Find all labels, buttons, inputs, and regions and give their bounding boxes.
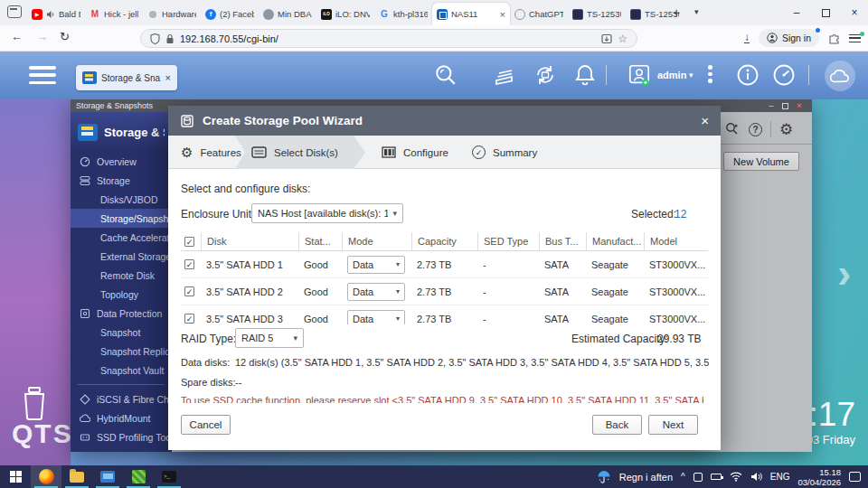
enclosure-unit-dropdown[interactable]: NAS Host [available disk(s): 12/ ... ▾ bbox=[251, 203, 403, 223]
window-minimize-button[interactable]: – bbox=[764, 101, 778, 110]
volume-icon[interactable] bbox=[750, 472, 762, 482]
background-tasks-icon[interactable] bbox=[494, 63, 517, 87]
sidebar-item-iscsi-fibre-channel[interactable]: iSCSI & Fibre Channel bbox=[71, 389, 172, 408]
forward-icon[interactable]: → bbox=[36, 30, 48, 43]
browser-tab[interactable]: f(2) Faceb bbox=[201, 3, 259, 25]
window-close-button[interactable]: × bbox=[792, 101, 807, 110]
weather-icon[interactable] bbox=[597, 470, 611, 484]
sidebar-item-topology[interactable]: Topology bbox=[71, 285, 172, 304]
admin-caret-icon[interactable]: ▾ bbox=[689, 70, 693, 80]
mode-dropdown[interactable]: Data▾ bbox=[347, 256, 405, 274]
browser-tab[interactable]: ▶Bald E bbox=[27, 3, 85, 25]
tray-app-icon[interactable] bbox=[693, 473, 703, 482]
back-button[interactable]: Back bbox=[592, 415, 642, 435]
browser-tab[interactable]: ChatGPT bbox=[510, 3, 568, 25]
step-select-disks[interactable]: Select Disk(s) bbox=[251, 136, 338, 169]
sidebar-item-snapshot[interactable]: Snapshot bbox=[71, 323, 172, 342]
weather-label[interactable]: Regn i aften bbox=[619, 472, 673, 483]
sign-in-button[interactable]: Sign in bbox=[759, 29, 819, 47]
select-all-checkbox[interactable]: ✓ bbox=[184, 237, 194, 247]
tray-expand-chevron-icon[interactable]: ^ bbox=[681, 472, 685, 482]
downloads-icon[interactable]: ↓ bbox=[744, 33, 750, 43]
extension-icon[interactable] bbox=[828, 33, 840, 44]
disk-checkbox[interactable]: ✓ bbox=[184, 259, 194, 269]
browser-tab[interactable]: MHick - jell bbox=[85, 3, 143, 25]
resource-monitor-icon[interactable] bbox=[772, 63, 796, 87]
sidebar-item-storage-snapshots[interactable]: Storage/Snapshots bbox=[71, 209, 172, 228]
search-icon[interactable] bbox=[434, 63, 458, 87]
sidebar-item-ssd-profiling-tool[interactable]: SSD Profiling Tool bbox=[71, 427, 172, 446]
settings-gear-icon[interactable]: ⚙ bbox=[779, 120, 793, 139]
taskbar-app-remote[interactable] bbox=[92, 465, 123, 488]
taskbar-app-green[interactable] bbox=[123, 465, 154, 488]
tray-clock[interactable]: 15.18 03/04/2026 bbox=[797, 467, 841, 487]
tab-close-icon[interactable]: × bbox=[500, 9, 505, 20]
menu-icon[interactable] bbox=[849, 34, 861, 42]
bookmark-star-icon[interactable]: ☆ bbox=[618, 33, 627, 45]
new-volume-button[interactable]: New Volume bbox=[723, 152, 799, 171]
mode-dropdown[interactable]: Data▾ bbox=[347, 310, 405, 325]
taskbar-app-explorer[interactable] bbox=[61, 465, 92, 488]
app-tab-close-icon[interactable]: × bbox=[165, 72, 171, 83]
disk-checkbox[interactable]: ✓ bbox=[184, 314, 194, 324]
sidebar-item-snapshot-vault[interactable]: Snapshot Vault bbox=[71, 361, 172, 380]
admin-avatar-icon[interactable] bbox=[627, 63, 651, 87]
sidebar-item-disks-vjbod[interactable]: Disks/VJBOD bbox=[71, 190, 172, 209]
wifi-icon[interactable] bbox=[730, 472, 742, 482]
firefox-view-icon[interactable] bbox=[7, 5, 22, 18]
disk-checkbox[interactable]: ✓ bbox=[184, 286, 194, 296]
taskbar-app-terminal[interactable]: >_ bbox=[154, 465, 184, 488]
save-to-collection-icon[interactable] bbox=[601, 33, 612, 44]
start-button[interactable] bbox=[0, 465, 31, 488]
app-tab-storage-snapshots[interactable]: Storage & Sna... × bbox=[76, 65, 177, 90]
sidebar-item-storage[interactable]: Storage bbox=[71, 171, 172, 190]
new-tab-button[interactable]: + bbox=[673, 5, 680, 20]
sidebar-item-overview[interactable]: Overview bbox=[71, 152, 172, 171]
sidebar-item-hybridmount[interactable]: HybridMount bbox=[71, 408, 172, 427]
step-features[interactable]: ⚙ Features bbox=[181, 136, 241, 169]
browser-tab[interactable]: iLOiLO: DNV bbox=[316, 3, 374, 25]
notifications-panel-icon[interactable] bbox=[849, 472, 861, 482]
main-menu-icon[interactable] bbox=[29, 66, 56, 84]
lock-icon[interactable] bbox=[165, 33, 175, 44]
sidebar-item-data-protection[interactable]: Data Protection bbox=[71, 304, 172, 323]
step-summary[interactable]: ✓ Summary bbox=[472, 136, 537, 169]
browser-restore-button[interactable] bbox=[812, 0, 839, 25]
recycle-bin-icon[interactable] bbox=[19, 386, 50, 420]
browser-minimize-button[interactable]: – bbox=[783, 0, 810, 25]
address-bar[interactable]: 192.168.70.55/cgi-bin/ ☆ bbox=[140, 29, 637, 48]
back-icon[interactable]: ← bbox=[11, 30, 23, 43]
myqnapcloud-button[interactable] bbox=[825, 61, 855, 91]
step-configure[interactable]: Configure bbox=[382, 136, 448, 169]
sidebar-item-snapshot-replica[interactable]: Snapshot Replica bbox=[71, 342, 172, 361]
help-icon[interactable]: ? bbox=[749, 123, 762, 136]
browser-tab[interactable]: Hardware bbox=[143, 3, 201, 25]
sidebar-item-cache-acceleration[interactable]: Cache Acceleration bbox=[71, 228, 172, 247]
external-device-icon[interactable] bbox=[533, 63, 557, 87]
url-text[interactable]: 192.168.70.55/cgi-bin/ bbox=[180, 33, 596, 44]
desktop-switch-chevron-icon[interactable]: › bbox=[837, 249, 851, 297]
sidebar-item-external-storage[interactable]: External Storage bbox=[71, 247, 172, 266]
next-button[interactable]: Next bbox=[648, 415, 698, 435]
browser-tab[interactable]: NAS11× bbox=[432, 3, 510, 25]
wizard-close-button[interactable]: × bbox=[701, 113, 709, 128]
window-maximize-button[interactable] bbox=[782, 103, 788, 109]
reload-icon[interactable]: ↻ bbox=[60, 30, 70, 43]
browser-close-button[interactable]: × bbox=[841, 0, 868, 25]
browser-tab[interactable]: TS-1253U bbox=[568, 3, 626, 25]
notifications-bell-icon[interactable] bbox=[573, 63, 597, 87]
admin-username[interactable]: admin bbox=[657, 70, 686, 80]
battery-icon[interactable] bbox=[711, 474, 722, 480]
mode-dropdown[interactable]: Data▾ bbox=[347, 283, 405, 301]
global-search-icon[interactable] bbox=[725, 122, 739, 136]
browser-tab[interactable]: Min DBA bbox=[259, 3, 316, 25]
system-info-icon[interactable] bbox=[736, 63, 760, 87]
sidebar-item-remote-disk[interactable]: Remote Disk bbox=[71, 266, 172, 285]
taskbar-app-firefox[interactable] bbox=[31, 465, 61, 488]
language-indicator[interactable]: ENG bbox=[770, 472, 790, 482]
raid-type-dropdown[interactable]: RAID 5 ▾ bbox=[235, 328, 304, 348]
tab-list-chevron-icon[interactable]: ▾ bbox=[694, 7, 699, 16]
browser-tab[interactable]: Gkth-pl316 bbox=[374, 3, 432, 25]
cancel-button[interactable]: Cancel bbox=[181, 415, 231, 435]
shield-icon[interactable] bbox=[150, 33, 160, 44]
